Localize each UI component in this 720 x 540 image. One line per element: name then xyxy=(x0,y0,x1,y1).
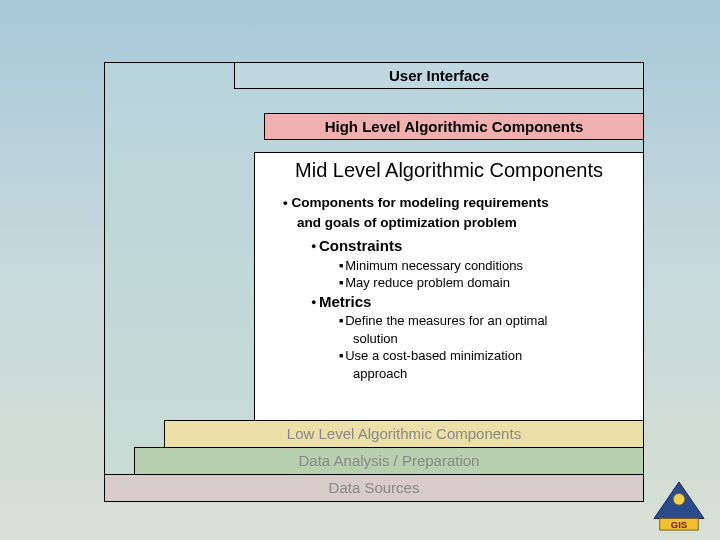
bullet-main-text-1: Components for modeling requirements xyxy=(291,195,548,210)
sub-constraints: Constraints xyxy=(311,236,629,256)
sub-metrics-item: Define the measures for an optimal xyxy=(339,312,629,330)
gis-logo-icon: GIS xyxy=(650,480,708,532)
layer-user-interface: User Interface xyxy=(234,62,644,89)
sub-metrics-item-cont: approach xyxy=(353,365,629,383)
layer-title: High Level Algorithmic Components xyxy=(265,114,643,139)
layer-title: Low Level Algorithmic Components xyxy=(165,421,643,446)
logo-text: GIS xyxy=(671,519,688,530)
layer-data-sources: Data Sources xyxy=(104,474,644,502)
layer-mid-level: Mid Level Algorithmic Components • Compo… xyxy=(254,152,644,421)
bullet-main: • Components for modeling requirements xyxy=(283,194,629,212)
layer-title: User Interface xyxy=(235,63,643,88)
layer-high-level: High Level Algorithmic Components xyxy=(264,113,644,140)
sub-constraints-item: Minimum necessary conditions xyxy=(339,257,629,275)
layer-title: Data Analysis / Preparation xyxy=(135,448,643,473)
sub-constraints-item: May reduce problem domain xyxy=(339,274,629,292)
sub-metrics-item-cont: solution xyxy=(353,330,629,348)
sub-metrics-item: Use a cost-based minimization xyxy=(339,347,629,365)
sub-metrics: Metrics xyxy=(311,292,629,312)
layer-title: Mid Level Algorithmic Components xyxy=(255,153,643,186)
svg-point-1 xyxy=(673,493,685,505)
bullet-main-cont: and goals of optimization problem xyxy=(297,214,629,232)
layer-data-preparation: Data Analysis / Preparation xyxy=(134,447,644,475)
mid-level-content: • Components for modeling requirements a… xyxy=(255,186,643,382)
layer-title: Data Sources xyxy=(105,475,643,500)
layer-low-level: Low Level Algorithmic Components xyxy=(164,420,644,448)
